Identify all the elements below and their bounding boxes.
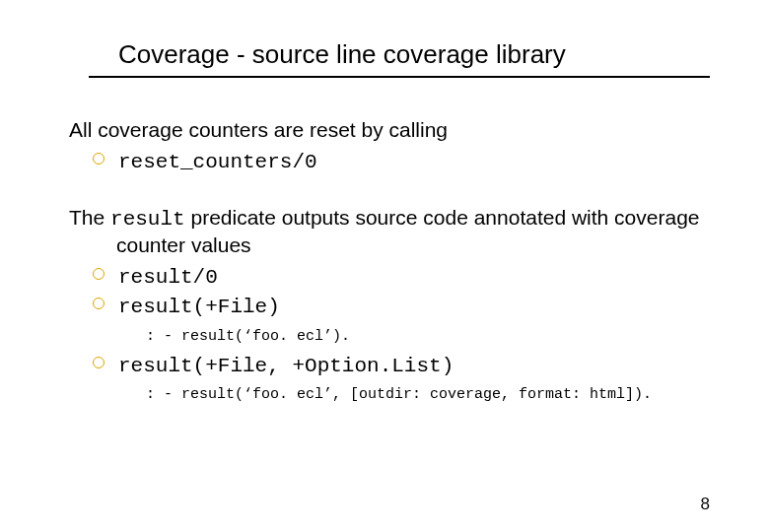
- code-result-0: result/0: [118, 266, 218, 289]
- list-result: result/0 result(+File): [93, 262, 710, 322]
- list-item-result-file-options: result(+File, +Option.List): [93, 351, 710, 380]
- example-result-file: : - result(‘foo. ecl’).: [146, 328, 710, 345]
- para2-text-b: predicate outputs source code annotated …: [116, 206, 700, 256]
- list-result-options: result(+File, +Option.List): [93, 351, 710, 380]
- para2-code: result: [110, 208, 185, 231]
- code-result-file: result(+File): [118, 296, 280, 318]
- code-result-file-options: result(+File, +Option.List): [118, 355, 454, 377]
- page-number: 8: [701, 495, 710, 514]
- para2-text-a: The: [69, 206, 110, 229]
- bullet-icon: [93, 298, 105, 309]
- list-reset: reset_counters/0: [93, 147, 710, 176]
- paragraph-result: The result predicate outputs source code…: [69, 205, 710, 259]
- list-item-reset-counters: reset_counters/0: [93, 147, 710, 176]
- list-item-result-file: result(+File): [93, 292, 710, 321]
- bullet-icon: [93, 268, 105, 280]
- code-reset-counters: reset_counters/0: [118, 151, 317, 173]
- bullet-icon: [93, 357, 105, 368]
- list-item-result-0: result/0: [93, 262, 710, 292]
- example-result-file-options: : - result(‘foo. ecl’, [outdir: coverage…: [146, 386, 710, 403]
- paragraph-reset: All coverage counters are reset by calli…: [69, 117, 710, 143]
- title-rule: [89, 76, 710, 78]
- bullet-icon: [93, 153, 105, 165]
- slide-title: Coverage - source line coverage library: [118, 39, 710, 70]
